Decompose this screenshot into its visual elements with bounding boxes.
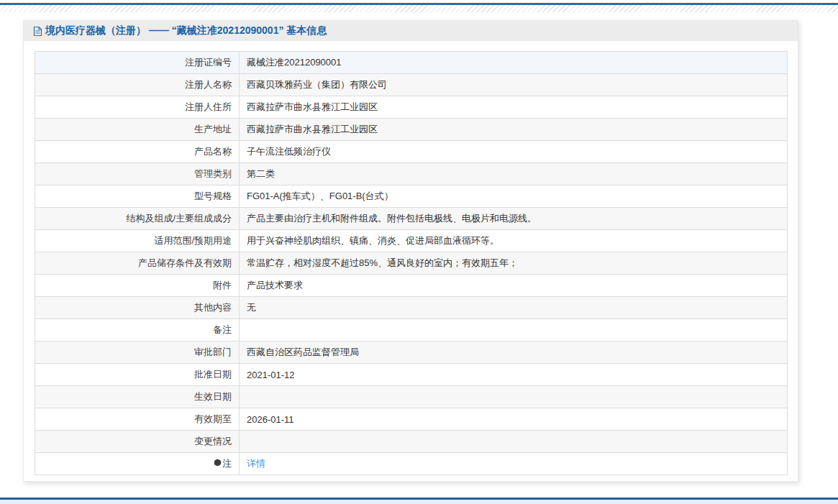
row-value: 用于兴奋神经肌肉组织、镇痛、消炎、促进局部血液循环等。 [240,230,788,252]
row-label: 其他内容 [35,297,240,319]
card-header-bar: 境内医疗器械（注册） —— “藏械注准20212090001” 基本信息 [24,21,798,41]
row-value: 2021-01-12 [240,364,788,386]
row-value [240,319,788,342]
row-label: 生产地址 [35,119,240,141]
table-row: 注册人住所西藏拉萨市曲水县雅江工业园区 [35,96,788,119]
row-value: 西藏拉萨市曲水县雅江工业园区 [240,119,788,141]
table-row: 产品名称子午流注低频治疗仪 [35,141,788,163]
table-row: 批准日期2021-01-12 [35,364,788,386]
details-link[interactable]: 详情 [247,458,265,469]
row-label: 注册人名称 [35,74,240,96]
row-label: 生效日期 [35,386,240,408]
registration-info-table: 注册证编号藏械注准20212090001注册人名称西藏贝珠雅药业（集团）有限公司… [35,51,788,475]
table-row: 附件产品技术要求 [35,275,788,297]
table-row: 有效期至2026-01-11 [35,408,788,431]
row-value: 第二类 [240,163,788,185]
row-value: 西藏拉萨市曲水县雅江工业园区 [240,96,788,119]
registration-info-card: 境内医疗器械（注册） —— “藏械注准20212090001” 基本信息 注册证… [23,20,798,482]
comment-icon [214,459,222,467]
table-row: 变更情况 [35,431,788,453]
page-footer [0,498,838,504]
row-label: 注册人住所 [35,96,240,119]
row-label: 附件 [35,275,240,297]
row-value: 西藏贝珠雅药业（集团）有限公司 [240,74,788,96]
row-label: 备注 [35,319,240,342]
row-label: 适用范围/预期用途 [35,230,240,252]
row-value: 详情 [240,453,788,475]
row-label: 批准日期 [35,364,240,386]
row-label-text: 注 [222,458,232,469]
footer-band [0,500,838,504]
table-row: 结构及组成/主要组成成分产品主要由治疗主机和附件组成。附件包括电极线、电极片和电… [35,208,788,230]
document-icon [33,26,42,37]
table-row: 注详情 [35,453,788,475]
table-row: 产品储存条件及有效期常温贮存，相对湿度不超过85%、通风良好的室内；有效期五年； [35,252,788,275]
table-row: 其他内容无 [35,297,788,319]
info-table-body: 注册证编号藏械注准20212090001注册人名称西藏贝珠雅药业（集团）有限公司… [35,52,788,475]
row-label: 有效期至 [35,408,240,431]
row-value: 无 [240,297,788,319]
table-row: 注册证编号藏械注准20212090001 [35,52,788,74]
row-value: FG01-A(推车式）、FG01-B(台式） [240,185,788,208]
table-row: 审批部门西藏自治区药品监督管理局 [35,342,788,364]
row-value [240,431,788,453]
row-value: 子午流注低频治疗仪 [240,141,788,163]
table-row: 注册人名称西藏贝珠雅药业（集团）有限公司 [35,74,788,96]
row-value: 产品技术要求 [240,275,788,297]
row-label: 管理类别 [35,163,240,185]
row-label: 产品名称 [35,141,240,163]
row-label: 变更情况 [35,431,240,453]
row-label: 注册证编号 [35,52,240,74]
row-label: 审批部门 [35,342,240,364]
table-row: 适用范围/预期用途用于兴奋神经肌肉组织、镇痛、消炎、促进局部血液循环等。 [35,230,788,252]
page-title: 境内医疗器械（注册） —— “藏械注准20212090001” 基本信息 [45,24,327,37]
row-value [240,386,788,408]
table-row: 备注 [35,319,788,342]
row-label: 产品储存条件及有效期 [35,252,240,275]
table-row: 管理类别第二类 [35,163,788,185]
table-row: 型号规格FG01-A(推车式）、FG01-B(台式） [35,185,788,208]
table-row: 生产地址西藏拉萨市曲水县雅江工业园区 [35,119,788,141]
row-label: 注 [35,453,240,475]
row-label: 型号规格 [35,185,240,208]
table-row: 生效日期 [35,386,788,408]
table-wrapper: 注册证编号藏械注准20212090001注册人名称西藏贝珠雅药业（集团）有限公司… [35,51,788,475]
hatch-stripe-band [0,5,838,12]
row-value: 产品主要由治疗主机和附件组成。附件包括电极线、电极片和电源线。 [240,208,788,230]
row-label: 结构及组成/主要组成成分 [35,208,240,230]
row-value: 2026-01-11 [240,408,788,431]
row-value: 常温贮存，相对湿度不超过85%、通风良好的室内；有效期五年； [240,252,788,275]
row-value: 藏械注准20212090001 [240,52,788,74]
row-value: 西藏自治区药品监督管理局 [240,342,788,364]
